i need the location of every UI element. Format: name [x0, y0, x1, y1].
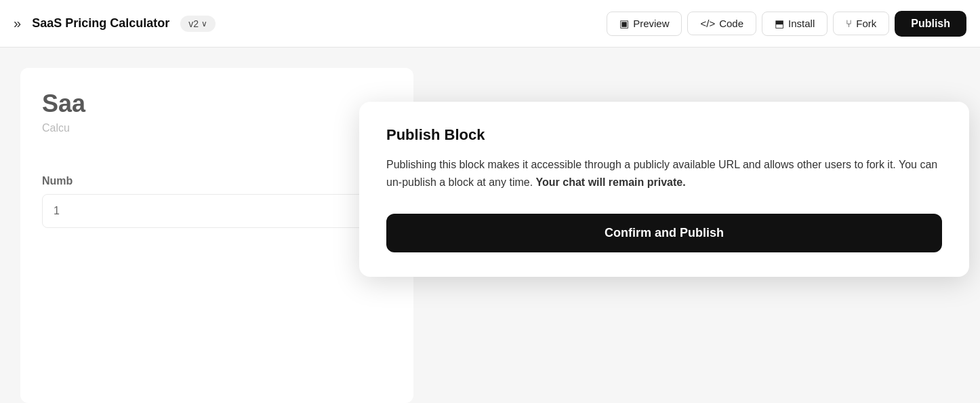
preview-button[interactable]: ▣ Preview: [607, 12, 682, 36]
navbar: » SaaS Pricing Calculator v2 ∨ ▣ Preview…: [0, 0, 980, 47]
modal-body-bold: Your chat will remain private.: [536, 176, 686, 188]
preview-icon: ▣: [619, 18, 629, 30]
code-icon: </>: [700, 18, 715, 29]
code-button[interactable]: </> Code: [687, 12, 756, 35]
version-label: v2: [188, 18, 199, 29]
nav-expand-icon[interactable]: »: [14, 16, 21, 31]
modal-body: Publishing this block makes it accessibl…: [386, 156, 942, 192]
confirm-publish-button[interactable]: Confirm and Publish: [386, 214, 942, 252]
publish-button[interactable]: Publish: [895, 11, 966, 37]
install-label: Install: [788, 18, 815, 29]
main-content: Saa Calcu Numb 1 ▲ ▼ Publish Block Publi…: [0, 47, 980, 403]
code-label: Code: [719, 18, 743, 29]
fork-label: Fork: [856, 18, 876, 29]
version-chevron-icon: ∨: [201, 19, 207, 28]
fork-icon: ⑂: [846, 18, 852, 29]
install-icon: ⬒: [775, 18, 784, 30]
nav-actions: ▣ Preview </> Code ⬒ Install ⑂ Fork Publ…: [607, 11, 966, 37]
modal-title: Publish Block: [386, 126, 942, 144]
page-title: SaaS Pricing Calculator: [32, 16, 169, 31]
publish-modal: Publish Block Publishing this block make…: [359, 102, 969, 277]
fork-button[interactable]: ⑂ Fork: [833, 12, 889, 35]
install-button[interactable]: ⬒ Install: [762, 12, 828, 36]
preview-label: Preview: [633, 18, 669, 29]
version-selector[interactable]: v2 ∨: [180, 16, 216, 32]
